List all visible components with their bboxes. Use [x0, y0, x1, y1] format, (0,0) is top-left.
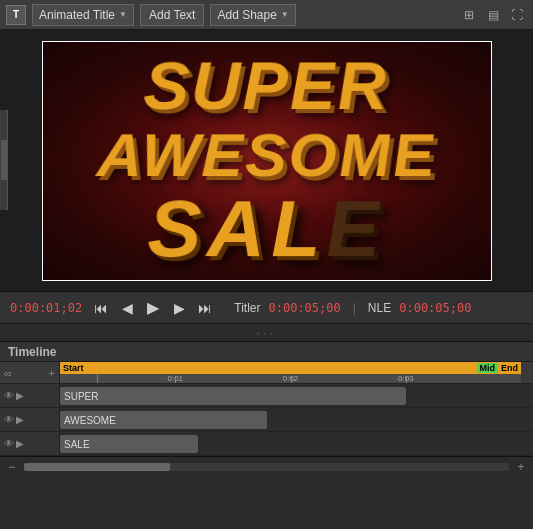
- clip-awesome[interactable]: AWESOME: [60, 411, 267, 429]
- timecode-separator: |: [353, 301, 356, 315]
- clip-super[interactable]: SUPER: [60, 387, 406, 405]
- track-content-sale[interactable]: SALE: [60, 432, 521, 455]
- title-super: SUPER: [142, 51, 390, 122]
- tick-1: [175, 376, 176, 383]
- grid-icon[interactable]: ⊞: [459, 5, 479, 25]
- dropdown-arrow-shape: ▼: [281, 10, 289, 19]
- track-controls-super: 👁 ▶: [0, 384, 60, 407]
- track-controls-sale: 👁 ▶: [0, 432, 60, 455]
- playhead[interactable]: [97, 374, 98, 383]
- track-expand-awesome[interactable]: ▶: [16, 414, 24, 425]
- clip-sale[interactable]: SALE: [60, 435, 198, 453]
- nle-timecode: 0:00:05;00: [399, 301, 471, 315]
- ruler-ticks: 0:01 0:02 0:03: [60, 374, 521, 383]
- dropdown-arrow-project: ▼: [119, 10, 127, 19]
- add-track-icon[interactable]: +: [49, 367, 55, 379]
- timeline-ruler-row: ∞ + Start Mid End 0:01 0:02 0:03: [0, 362, 533, 384]
- titler-label: Titler: [234, 301, 260, 315]
- track-content-awesome[interactable]: AWESOME: [60, 408, 521, 431]
- fullscreen-icon[interactable]: ⛶: [507, 5, 527, 25]
- side-panel-tab[interactable]: [1, 140, 7, 180]
- canvas-title: SUPER AWESOME SALE: [43, 42, 491, 280]
- add-shape-dropdown[interactable]: Add Shape ▼: [210, 4, 295, 26]
- layout-icon[interactable]: ▤: [483, 5, 503, 25]
- playback-toolbar: 0:00:01;02 ⏮ ◀ ▶ ▶ ⏭ Titler 0:00:05;00 |…: [0, 292, 533, 324]
- end-label: End: [498, 363, 521, 373]
- skip-to-start-button[interactable]: ⏮: [90, 297, 112, 319]
- table-row: 👁 ▶ AWESOME: [0, 408, 533, 432]
- nle-label: NLE: [368, 301, 391, 315]
- toolbar-view-icons: ⊞ ▤ ⛶: [459, 5, 527, 25]
- start-mid-end-bar: Start Mid End: [60, 362, 521, 374]
- timeline-bottom-bar: − +: [0, 456, 533, 476]
- canvas-area: SUPER AWESOME SALE: [0, 30, 533, 292]
- table-row: 👁 ▶ SUPER: [0, 384, 533, 408]
- zoom-slider-thumb[interactable]: [24, 463, 170, 471]
- prev-frame-button[interactable]: ◀: [116, 297, 138, 319]
- track-visibility-super[interactable]: 👁: [4, 390, 14, 401]
- mid-label: Mid: [477, 363, 499, 373]
- zoom-slider[interactable]: [24, 463, 509, 471]
- zoom-out-button[interactable]: −: [4, 459, 20, 475]
- project-name-dropdown[interactable]: Animated Title ▼: [32, 4, 134, 26]
- tick-2: [291, 376, 292, 383]
- start-label: Start: [60, 363, 87, 373]
- timeline-dots: ···: [257, 325, 277, 340]
- loop-icon[interactable]: ∞: [4, 367, 12, 379]
- track-content-super[interactable]: SUPER: [60, 384, 521, 407]
- track-visibility-sale[interactable]: 👁: [4, 438, 14, 449]
- title-sale-pre: SAL: [146, 184, 326, 273]
- current-timecode: 0:00:01;02: [10, 301, 82, 315]
- title-awesome: AWESOME: [95, 122, 438, 186]
- track-expand-sale[interactable]: ▶: [16, 438, 24, 449]
- timeline-ruler[interactable]: Start Mid End 0:01 0:02 0:03: [60, 362, 521, 383]
- add-shape-label: Add Shape: [217, 8, 276, 22]
- next-frame-button[interactable]: ▶: [168, 297, 190, 319]
- canvas-frame: SUPER AWESOME SALE: [42, 41, 492, 281]
- timeline-header: Timeline: [0, 342, 533, 362]
- add-text-button[interactable]: Add Text: [140, 4, 204, 26]
- timeline-section: ··· Timeline ∞ + Start Mid End 0:01 0:: [0, 324, 533, 529]
- titler-timecode: 0:00:05;00: [268, 301, 340, 315]
- track-controls-awesome: 👁 ▶: [0, 408, 60, 431]
- table-row: 👁 ▶ SALE: [0, 432, 533, 456]
- timeline-label: Timeline: [8, 345, 56, 359]
- app-logo: T: [6, 5, 26, 25]
- play-button[interactable]: ▶: [142, 297, 164, 319]
- zoom-in-button[interactable]: +: [513, 459, 529, 475]
- ruler-scrollbar[interactable]: [521, 362, 533, 383]
- project-name-label: Animated Title: [39, 8, 115, 22]
- playback-controls: ⏮ ◀ ▶ ▶ ⏭: [90, 297, 216, 319]
- top-toolbar: T Animated Title ▼ Add Text Add Shape ▼ …: [0, 0, 533, 30]
- ruler-left-controls: ∞ +: [0, 362, 60, 383]
- track-expand-super[interactable]: ▶: [16, 390, 24, 401]
- tick-3: [406, 376, 407, 383]
- title-sale: SALE: [146, 187, 386, 271]
- skip-to-end-button[interactable]: ⏭: [194, 297, 216, 319]
- title-sale-e: E: [325, 184, 387, 273]
- track-visibility-awesome[interactable]: 👁: [4, 414, 14, 425]
- side-panel: [0, 110, 8, 210]
